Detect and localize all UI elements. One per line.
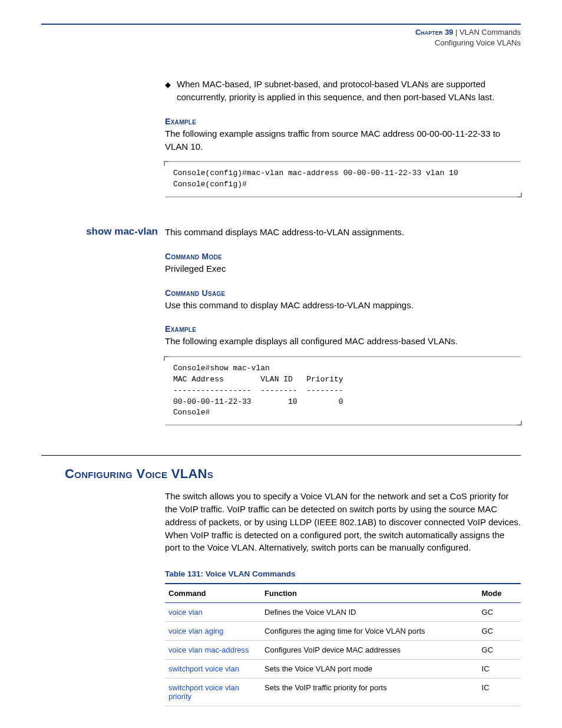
voice-vlan-commands-table: Command Function Mode voice vlan Defines… [165,583,521,706]
section-intro: The switch allows you to specify a Voice… [165,490,521,554]
command-link[interactable]: voice vlan aging [165,622,261,641]
header-rule [41,24,521,25]
example-label-2: Example [165,324,521,334]
command-link[interactable]: switchport voice vlan priority [165,678,261,706]
table-row: switchport voice vlan Sets the Voice VLA… [165,660,521,678]
command-name: show mac-vlan [41,226,165,238]
code-block-1: Console(config)#mac-vlan mac-address 00-… [165,161,521,197]
example-label: Example [165,117,521,126]
function-cell: Sets the VoIP traffic priority for ports [261,678,478,706]
table-caption: Table 131: Voice VLAN Commands [165,569,521,578]
function-cell: Sets the Voice VLAN port mode [261,660,478,678]
command-mode-value: Privileged Exec [165,262,521,275]
bullet-text: When MAC-based, IP subnet-based, and pro… [177,78,521,104]
table-row: switchport voice vlan priority Sets the … [165,678,521,706]
mode-cell: GC [478,622,521,641]
content-area-3: The switch allows you to specify a Voice… [165,490,521,706]
command-description: This command displays MAC address-to-VLA… [165,226,404,239]
function-cell: Configures the aging time for Voice VLAN… [261,622,478,641]
command-usage-label: Command Usage [165,288,521,298]
mode-cell: IC [478,678,521,706]
section-rule [41,455,521,456]
chapter-title: VLAN Commands [459,28,521,37]
th-mode: Mode [478,584,521,603]
example-text-1: The following example assigns traffic fr… [165,127,521,153]
function-cell: Defines the Voice VLAN ID [261,603,478,622]
th-function: Function [261,584,478,603]
example-text-2: The following example displays all confi… [165,335,521,348]
command-mode-label: Command Mode [165,252,521,261]
command-entry: show mac-vlan This command displays MAC … [41,226,521,239]
command-usage-text: Use this command to display MAC address-… [165,299,521,312]
page: Chapter 39 | VLAN Commands Configuring V… [0,0,562,728]
content-area-2: Command Mode Privileged Exec Command Usa… [165,252,521,426]
command-link[interactable]: voice vlan [165,603,261,622]
mode-cell: GC [478,603,521,622]
table-row: voice vlan mac-address Configures VoIP d… [165,641,521,660]
command-link[interactable]: voice vlan mac-address [165,641,261,660]
code-block-2: Console#show mac-vlan MAC Address VLAN I… [165,356,521,426]
header-pipe: | [453,28,459,37]
diamond-bullet-icon: ◆ [165,80,171,91]
mode-cell: GC [478,641,521,660]
command-link[interactable]: switchport voice vlan [165,660,261,678]
table-row: voice vlan aging Configures the aging ti… [165,622,521,641]
bullet-item: ◆ When MAC-based, IP subnet-based, and p… [165,78,521,104]
chapter-label: Chapter 39 [415,28,453,37]
content-area-1: ◆ When MAC-based, IP subnet-based, and p… [165,78,521,197]
page-header: Chapter 39 | VLAN Commands Configuring V… [41,27,521,48]
section-heading: Configuring Voice VLANs [65,466,521,482]
th-command: Command [165,584,261,603]
function-cell: Configures VoIP device MAC addresses [261,641,478,660]
table-header-row: Command Function Mode [165,584,521,603]
table-row: voice vlan Defines the Voice VLAN ID GC [165,603,521,622]
section-subtitle: Configuring Voice VLANs [435,38,521,47]
mode-cell: IC [478,660,521,678]
